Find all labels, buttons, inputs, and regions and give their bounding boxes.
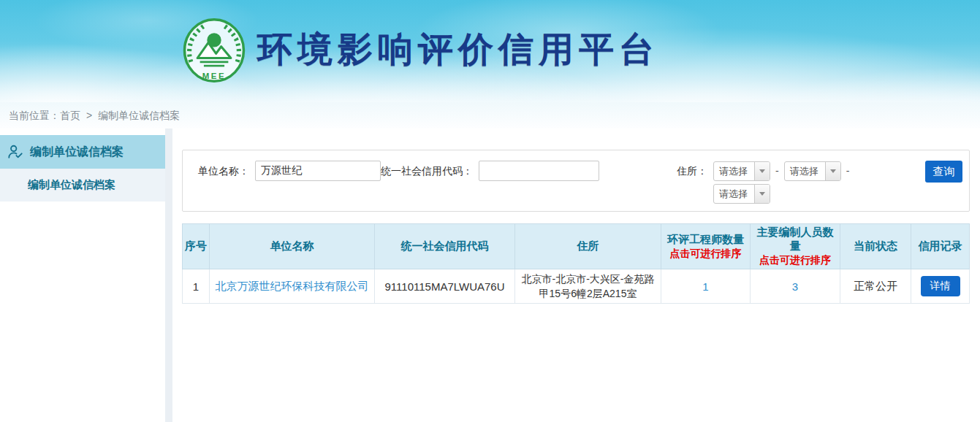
address-selects: 请选择 - 请选择 - 请选择 xyxy=(713,161,854,204)
address-separator: - xyxy=(846,165,850,177)
sidebar: 编制单位诚信档案 编制单位诚信档案 xyxy=(0,128,165,422)
chevron-down-icon[interactable] xyxy=(825,162,840,180)
site-banner: MEE 环境影响评价信用平台 xyxy=(0,0,980,102)
credit-code-label: 统一社会信用代码： xyxy=(381,161,473,181)
breadcrumb-current: 编制单位诚信档案 xyxy=(98,110,180,121)
col-header-staff-count-sort[interactable]: 主要编制人员数量 点击可进行排序 xyxy=(751,224,840,269)
col-header-credit-code: 统一社会信用代码 xyxy=(375,224,515,269)
district-select-value: 请选择 xyxy=(714,185,754,203)
sidebar-item-label: 编制单位诚信档案 xyxy=(28,178,115,192)
sidebar-item-archive-parent[interactable]: 编制单位诚信档案 xyxy=(0,135,165,169)
sort-hint: 点击可进行排序 xyxy=(663,248,748,261)
col-header-address: 住所 xyxy=(515,224,661,269)
chevron-down-icon[interactable] xyxy=(754,162,770,180)
breadcrumb-home-link[interactable]: 首页 xyxy=(60,110,80,121)
address-separator: - xyxy=(775,165,779,177)
col-header-engineer-count-sort[interactable]: 环评工程师数量 点击可进行排序 xyxy=(661,224,751,269)
company-link[interactable]: 北京万源世纪环保科技有限公司 xyxy=(216,280,369,292)
sidebar-item-label: 编制单位诚信档案 xyxy=(30,145,124,160)
breadcrumb-separator: > xyxy=(86,110,92,121)
province-select[interactable]: 请选择 xyxy=(713,161,770,181)
content-area: 编制单位诚信档案 编制单位诚信档案 单位名称： 统一社会信用代码： 住所： xyxy=(0,128,980,422)
company-name-label: 单位名称： xyxy=(198,161,249,181)
cell-index: 1 xyxy=(183,269,210,304)
credit-code-input[interactable] xyxy=(479,161,599,181)
company-name-field-group: 单位名称： xyxy=(198,161,381,181)
sidebar-item-archive-child[interactable]: 编制单位诚信档案 xyxy=(0,169,165,202)
detail-button[interactable]: 详情 xyxy=(921,276,960,296)
col-header-company: 单位名称 xyxy=(210,224,375,269)
address-label: 住所： xyxy=(677,161,707,181)
col-header-index: 序号 xyxy=(183,224,210,269)
address-field-group: 住所： 请选择 - 请选择 - xyxy=(677,161,854,204)
sort-hint: 点击可进行排序 xyxy=(752,254,838,267)
site-title: 环境影响评价信用平台 xyxy=(257,26,659,73)
engineer-count-link[interactable]: 1 xyxy=(702,280,708,293)
main-panel: 单位名称： 统一社会信用代码： 住所： 请选择 - xyxy=(172,128,980,422)
city-select-value: 请选择 xyxy=(785,162,825,180)
col-header-label: 环评工程师数量 xyxy=(663,233,748,247)
district-select[interactable]: 请选择 xyxy=(713,184,770,204)
table-header-row: 序号 单位名称 统一社会信用代码 住所 环评工程师数量 点击可进行排序 主要编制… xyxy=(183,224,970,269)
cell-address: 北京市-北京市-大兴区-金苑路甲15号6幢2层A215室 xyxy=(515,269,661,304)
table-row: 1 北京万源世纪环保科技有限公司 91110115MA7LWUA76U 北京市-… xyxy=(183,269,970,304)
col-header-status: 当前状态 xyxy=(840,224,911,269)
mee-logo-text: MEE xyxy=(202,72,227,80)
chevron-down-icon[interactable] xyxy=(754,185,770,203)
cell-credit-code: 91110115MA7LWUA76U xyxy=(375,269,515,304)
province-select-value: 请选择 xyxy=(714,162,754,180)
col-header-label: 主要编制人员数量 xyxy=(752,226,838,253)
col-header-credit-record: 信用记录 xyxy=(911,224,970,269)
cell-status: 正常公开 xyxy=(840,269,911,304)
results-table: 序号 单位名称 统一社会信用代码 住所 环评工程师数量 点击可进行排序 主要编制… xyxy=(182,223,970,304)
breadcrumb-prefix: 当前位置： xyxy=(9,110,60,121)
search-panel: 单位名称： 统一社会信用代码： 住所： 请选择 - xyxy=(182,150,970,212)
breadcrumb: 当前位置：首页>编制单位诚信档案 xyxy=(0,102,980,128)
staff-count-link[interactable]: 3 xyxy=(792,280,798,293)
credit-code-field-group: 统一社会信用代码： xyxy=(381,161,599,181)
user-check-icon xyxy=(7,144,23,160)
company-name-input[interactable] xyxy=(255,161,381,181)
city-select[interactable]: 请选择 xyxy=(784,161,841,181)
mee-logo: MEE xyxy=(182,17,246,84)
sidebar-divider xyxy=(165,128,172,422)
search-button[interactable]: 查询 xyxy=(925,161,962,183)
